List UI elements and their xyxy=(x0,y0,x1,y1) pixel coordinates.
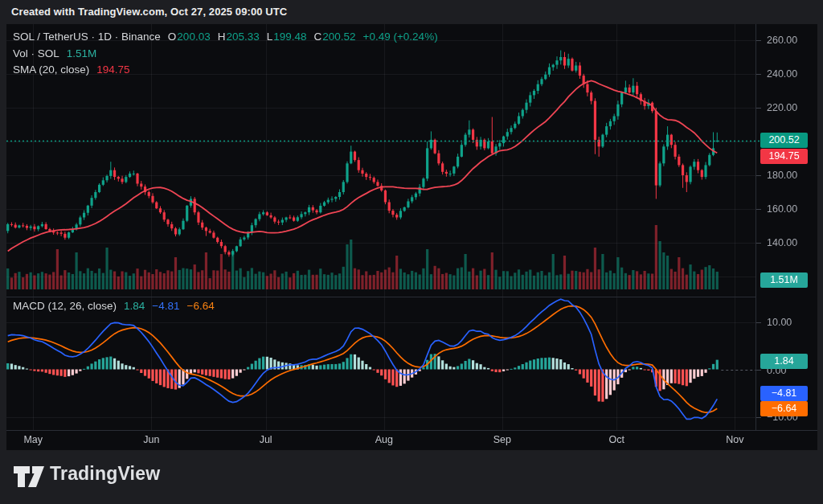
time-axis-month-label: May xyxy=(23,433,43,446)
macd-signal-badge: −6.64 xyxy=(760,401,808,416)
snapshot-caption: Created with TradingView.com, Oct 27, 20… xyxy=(11,0,287,24)
sma-value: 194.75 xyxy=(96,64,129,76)
macd-title: MACD (12, 26, close) xyxy=(13,300,117,312)
time-axis-month-label: Aug xyxy=(375,433,393,446)
volume-label: Vol · SOL xyxy=(13,47,59,59)
macd-histogram-badge: 1.84 xyxy=(760,354,808,369)
sma-label: SMA (20, close) xyxy=(13,64,89,76)
time-axis-month-label: Nov xyxy=(726,433,743,446)
axis-tick-label: 260.00 xyxy=(767,34,797,47)
macd-legend-row[interactable]: MACD (12, 26, close) 1.84 −4.81 −6.64 xyxy=(13,300,215,312)
axis-tick-label: 240.00 xyxy=(767,68,797,80)
tradingview-chart-snapshot: Created with TradingView.com, Oct 27, 20… xyxy=(0,0,823,504)
axis-tick-label: 10.00 xyxy=(767,316,792,329)
time-axis-month-label: Jul xyxy=(260,433,272,446)
volume-value-badge: 1.51M xyxy=(760,272,808,288)
time-axis-month-label: Jun xyxy=(143,433,159,446)
chart-plot-canvas[interactable] xyxy=(0,0,823,504)
tradingview-logo-icon[interactable] xyxy=(13,464,45,490)
sma-legend-row[interactable]: SMA (20, close) 194.75 xyxy=(13,64,130,76)
volume-legend-row[interactable]: Vol · SOL 1.51M xyxy=(13,47,96,59)
time-axis-month-label: Sep xyxy=(493,433,511,446)
change-value: +0.49 (+0.24%) xyxy=(363,31,438,43)
volume-value: 1.51M xyxy=(67,47,97,59)
price-scale[interactable]: 260.00240.00220.00180.00160.00140.0010.0… xyxy=(756,24,817,430)
macd-histogram-value: 1.84 xyxy=(124,300,145,312)
time-axis-month-label: Oct xyxy=(608,433,624,446)
time-scale[interactable]: MayJunJulAugSepOctNov xyxy=(6,431,755,450)
top-bar: Created with TradingView.com, Oct 27, 20… xyxy=(0,0,823,24)
ohlc-close: C200.52 xyxy=(314,31,356,43)
symbol-legend-row[interactable]: SOL / TetherUS · 1D · Binance O200.03 H2… xyxy=(13,31,438,43)
axis-tick-label: 220.00 xyxy=(767,101,797,114)
axis-tick-label: 140.00 xyxy=(767,236,797,249)
macd-line-badge: −4.81 xyxy=(760,386,808,401)
symbol-title: SOL / TetherUS · 1D · Binance xyxy=(13,31,161,43)
tradingview-logo-text[interactable]: TradingView xyxy=(50,463,160,485)
ohlc-low: L199.48 xyxy=(267,31,307,43)
footer-bar: TradingView xyxy=(0,450,823,504)
macd-signal-value: −6.64 xyxy=(187,300,215,312)
last-price-badge: 200.52 xyxy=(760,133,808,148)
ohlc-high: H205.33 xyxy=(218,31,260,43)
ohlc-open: O200.03 xyxy=(168,31,211,43)
axis-tick-label: 160.00 xyxy=(767,203,797,215)
axis-tick-label: 180.00 xyxy=(767,169,797,182)
sma-value-badge: 194.75 xyxy=(760,149,808,164)
macd-line-value: −4.81 xyxy=(152,300,179,312)
